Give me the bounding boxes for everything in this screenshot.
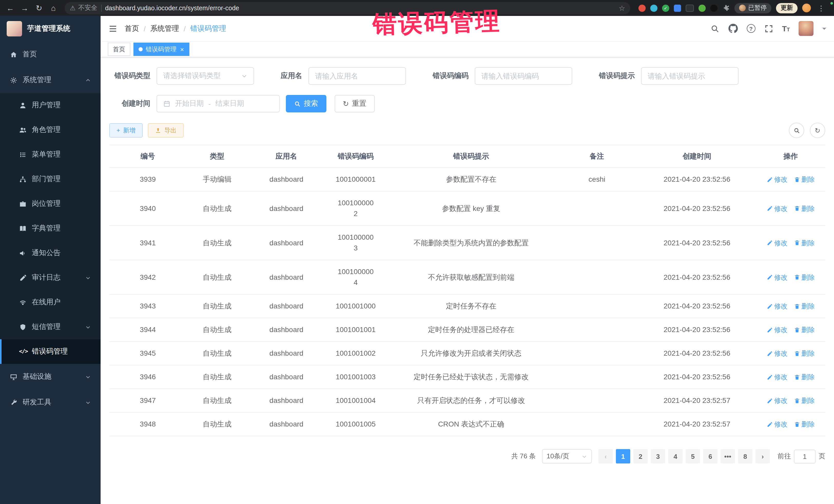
edit-link[interactable]: 修改 bbox=[767, 272, 788, 283]
user-avatar[interactable] bbox=[798, 21, 813, 36]
error-type-select[interactable]: 请选择错误码类型 bbox=[156, 67, 254, 85]
search-icon[interactable] bbox=[710, 24, 719, 33]
sidebar-toggle-icon[interactable] bbox=[108, 24, 117, 33]
breadcrumb-system[interactable]: 系统管理 bbox=[150, 24, 179, 33]
page-button-5[interactable]: 5 bbox=[686, 449, 700, 463]
add-button[interactable]: + 新增 bbox=[109, 123, 143, 137]
edit-link[interactable]: 修改 bbox=[767, 301, 788, 311]
omnibox-divider bbox=[101, 4, 101, 12]
sidebar-item-audit-log[interactable]: 审计日志 bbox=[0, 265, 101, 290]
delete-link[interactable]: 删除 bbox=[794, 372, 815, 382]
refresh-table-button[interactable]: ↻ bbox=[810, 123, 825, 138]
page-button-2[interactable]: 2 bbox=[633, 449, 648, 463]
edit-link[interactable]: 修改 bbox=[767, 174, 788, 185]
delete-link[interactable]: 删除 bbox=[794, 272, 815, 283]
sidebar-item-online-users[interactable]: 在线用户 bbox=[0, 290, 101, 314]
edit-link[interactable]: 修改 bbox=[767, 324, 788, 335]
extension-icon-teal[interactable] bbox=[650, 4, 657, 12]
sidebar-item-dict[interactable]: 字典管理 bbox=[0, 216, 101, 241]
page-button-6[interactable]: 6 bbox=[703, 449, 718, 463]
update-button[interactable]: 更新 bbox=[776, 3, 797, 13]
extension-icon-green[interactable] bbox=[699, 4, 706, 12]
page-button-1[interactable]: 1 bbox=[616, 449, 630, 463]
sidebar-item-departments[interactable]: 部门管理 bbox=[0, 167, 101, 192]
error-msg-input[interactable] bbox=[641, 67, 739, 85]
cell-app: dashboard bbox=[248, 266, 325, 289]
sidebar-item-menus[interactable]: 菜单管理 bbox=[0, 142, 101, 167]
error-code-input[interactable] bbox=[475, 67, 572, 85]
create-time-range-picker[interactable]: 开始日期 - 结束日期 bbox=[156, 95, 280, 112]
delete-link[interactable]: 删除 bbox=[794, 419, 815, 430]
reset-button[interactable]: ↻ 重置 bbox=[335, 95, 374, 112]
goto-page-input[interactable] bbox=[794, 450, 815, 463]
delete-link[interactable]: 删除 bbox=[794, 348, 815, 359]
delete-link[interactable]: 删除 bbox=[794, 301, 815, 311]
edit-link-label: 修改 bbox=[774, 272, 788, 283]
fullscreen-icon[interactable] bbox=[764, 24, 773, 33]
export-icon bbox=[155, 127, 161, 133]
github-icon[interactable] bbox=[728, 24, 738, 34]
sidebar-item-system[interactable]: 系统管理 bbox=[0, 67, 101, 93]
sidebar-item-users[interactable]: 用户管理 bbox=[0, 93, 101, 117]
browser-home-icon[interactable]: ⌂ bbox=[47, 2, 60, 14]
export-button[interactable]: 导出 bbox=[148, 123, 184, 137]
page-size-select[interactable]: 10条/页 bbox=[542, 449, 592, 463]
sidebar-item-posts[interactable]: 岗位管理 bbox=[0, 192, 101, 216]
extension-icon-red[interactable] bbox=[638, 4, 646, 12]
url-text[interactable]: dashboard.yudao.iocoder.cn/system/error-… bbox=[105, 4, 615, 12]
extension-icon-green-check[interactable]: ✓ bbox=[662, 4, 669, 12]
browser-reload-icon[interactable]: ↻ bbox=[33, 2, 45, 14]
book-icon bbox=[19, 224, 27, 232]
paused-button[interactable]: 已暂停 bbox=[734, 3, 771, 13]
edit-link[interactable]: 修改 bbox=[767, 203, 788, 214]
cell-app: dashboard bbox=[248, 366, 325, 389]
edit-link[interactable]: 修改 bbox=[767, 237, 788, 248]
tag-home[interactable]: 首页 bbox=[108, 43, 130, 56]
extension-icon-switch[interactable] bbox=[686, 4, 694, 12]
address-bar[interactable]: ⚠ 不安全 dashboard.yudao.iocoder.cn/system/… bbox=[65, 2, 630, 14]
sidebar-item-dev-tools[interactable]: 研发工具 bbox=[0, 390, 101, 415]
font-size-icon[interactable] bbox=[782, 24, 790, 33]
bookmark-star-icon[interactable]: ☆ bbox=[619, 4, 625, 12]
extension-icon-black[interactable] bbox=[710, 4, 718, 12]
sidebar-item-infrastructure[interactable]: 基础设施 bbox=[0, 364, 101, 390]
browser-forward-icon[interactable]: → bbox=[19, 2, 31, 14]
avatar-caret-icon[interactable] bbox=[822, 27, 826, 31]
next-page-button[interactable]: › bbox=[755, 449, 770, 463]
delete-link[interactable]: 删除 bbox=[794, 324, 815, 335]
edit-link[interactable]: 修改 bbox=[767, 372, 788, 382]
prev-page-button[interactable]: ‹ bbox=[598, 449, 613, 463]
delete-link[interactable]: 删除 bbox=[794, 174, 815, 185]
page-button-more[interactable]: ••• bbox=[721, 449, 735, 463]
page-button-3[interactable]: 3 bbox=[651, 449, 665, 463]
delete-link[interactable]: 删除 bbox=[794, 203, 815, 214]
chevron-down-icon bbox=[85, 275, 91, 281]
edit-link[interactable]: 修改 bbox=[767, 419, 788, 430]
browser-menu-icon[interactable]: ⋮ bbox=[815, 4, 827, 12]
puzzle-extensions-icon[interactable] bbox=[722, 4, 730, 12]
delete-link[interactable]: 删除 bbox=[794, 237, 815, 248]
breadcrumb-home[interactable]: 首页 bbox=[125, 24, 139, 33]
security-indicator[interactable]: ⚠ 不安全 bbox=[70, 4, 97, 12]
sidebar-item-sms[interactable]: 短信管理 bbox=[0, 314, 101, 339]
browser-back-icon[interactable]: ← bbox=[4, 2, 17, 14]
app-name-input[interactable] bbox=[308, 67, 406, 85]
extension-icon-grid[interactable] bbox=[674, 4, 681, 12]
sidebar-item-home[interactable]: 首页 bbox=[0, 42, 101, 67]
search-button[interactable]: 搜索 bbox=[286, 95, 326, 112]
tag-close-icon[interactable]: × bbox=[180, 46, 184, 52]
delete-link[interactable]: 删除 bbox=[794, 395, 815, 406]
edit-link[interactable]: 修改 bbox=[767, 395, 788, 406]
edit-link[interactable]: 修改 bbox=[767, 348, 788, 359]
page-button-8[interactable]: 8 bbox=[738, 449, 752, 463]
sidebar-logo[interactable]: 芋道管理系统 bbox=[0, 16, 101, 42]
tag-error-code[interactable]: 错误码管理 × bbox=[133, 43, 189, 56]
sidebar-item-notices[interactable]: 通知公告 bbox=[0, 241, 101, 265]
sidebar-item-label: 部门管理 bbox=[32, 175, 61, 184]
sidebar-item-error-code[interactable]: </> 错误码管理 bbox=[0, 339, 101, 364]
toggle-search-button[interactable] bbox=[789, 123, 804, 138]
browser-profile-avatar[interactable] bbox=[802, 4, 811, 12]
help-icon[interactable] bbox=[746, 24, 755, 33]
page-button-4[interactable]: 4 bbox=[668, 449, 683, 463]
sidebar-item-roles[interactable]: 角色管理 bbox=[0, 117, 101, 142]
